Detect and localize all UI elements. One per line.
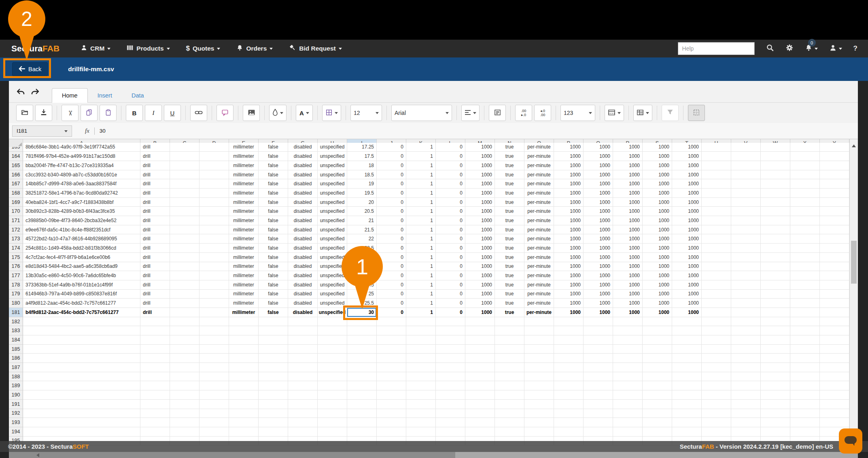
- cell-X178[interactable]: [790, 280, 820, 290]
- cell-E172[interactable]: millimeter: [229, 225, 259, 235]
- cell-R181[interactable]: 1000: [613, 308, 643, 317]
- cell-J163[interactable]: 0: [377, 143, 406, 152]
- cell-M169[interactable]: 1000: [465, 198, 495, 207]
- cell-S171[interactable]: 1000: [643, 216, 672, 225]
- cell-Q186[interactable]: [584, 354, 613, 363]
- nav-menu-products[interactable]: Products: [127, 44, 170, 53]
- cell-H164[interactable]: unspecified: [318, 152, 347, 161]
- cell-O189[interactable]: [524, 381, 554, 390]
- back-button[interactable]: Back: [12, 62, 48, 76]
- cell-R171[interactable]: 1000: [613, 216, 643, 225]
- cell-Q184[interactable]: [584, 335, 613, 345]
- cell-U181[interactable]: [702, 308, 731, 317]
- cell-P194[interactable]: [554, 427, 584, 437]
- cell-K169[interactable]: 1: [406, 198, 436, 207]
- row-header-173[interactable]: 173: [9, 234, 23, 244]
- cell-H189[interactable]: [318, 381, 347, 390]
- cell-W164[interactable]: [761, 152, 790, 161]
- cell-Y193[interactable]: [820, 418, 849, 427]
- cell-X174[interactable]: [790, 244, 820, 253]
- cell-L189[interactable]: [436, 381, 465, 390]
- cell-A184[interactable]: [23, 335, 140, 345]
- cell-D170[interactable]: [199, 207, 229, 216]
- cell-G176[interactable]: disabled: [288, 262, 318, 271]
- cell-O163[interactable]: per-minute: [524, 143, 554, 152]
- cell-E169[interactable]: millimeter: [229, 198, 259, 207]
- cell-S186[interactable]: [643, 354, 672, 363]
- cell-C177[interactable]: [170, 271, 199, 280]
- cell-I189[interactable]: [347, 381, 377, 390]
- cell-K177[interactable]: 1: [406, 271, 436, 280]
- cell-O177[interactable]: per-minute: [524, 271, 554, 280]
- row-header-170[interactable]: 170: [9, 207, 23, 216]
- cell-N172[interactable]: true: [495, 225, 524, 235]
- cell-W166[interactable]: [761, 170, 790, 180]
- cell-A177[interactable]: 13b30a5c-e860-4c50-90c6-7a6dc65bfe4b: [23, 271, 140, 280]
- cell-U184[interactable]: [702, 335, 731, 345]
- chat-widget-button[interactable]: [839, 428, 862, 454]
- cell-Y173[interactable]: [820, 234, 849, 244]
- cell-J176[interactable]: 0: [377, 262, 406, 271]
- cell-L190[interactable]: [436, 390, 465, 400]
- redo-button[interactable]: [31, 88, 40, 98]
- cell-P183[interactable]: [554, 326, 584, 335]
- cell-B165[interactable]: drill: [140, 161, 170, 170]
- cell-U193[interactable]: [702, 418, 731, 427]
- cell-F186[interactable]: [259, 354, 288, 363]
- cell-N169[interactable]: true: [495, 198, 524, 207]
- cell-D171[interactable]: [199, 216, 229, 225]
- cell-I176[interactable]: 23.5: [347, 262, 377, 271]
- cell-D173[interactable]: [199, 234, 229, 244]
- cell-U179[interactable]: [702, 290, 731, 299]
- cell-P185[interactable]: [554, 345, 584, 354]
- cell-H167[interactable]: unspecified: [318, 179, 347, 189]
- cell-J170[interactable]: 0: [377, 207, 406, 216]
- cell-V188[interactable]: [731, 372, 761, 382]
- cell-K181[interactable]: 1: [406, 308, 436, 317]
- cell-X184[interactable]: [790, 335, 820, 345]
- cell-I175[interactable]: 23: [347, 253, 377, 262]
- cell-B189[interactable]: [140, 381, 170, 390]
- cell-Y192[interactable]: [820, 409, 849, 418]
- cell-X163[interactable]: [790, 143, 820, 152]
- cell-I192[interactable]: [347, 409, 377, 418]
- nav-menu-quotes[interactable]: $ Quotes: [186, 44, 221, 53]
- cell-H187[interactable]: [318, 363, 347, 372]
- cell-T175[interactable]: 1000: [672, 253, 702, 262]
- cell-S168[interactable]: 1000: [643, 189, 672, 198]
- cell-E187[interactable]: [229, 363, 259, 372]
- cell-H175[interactable]: unspecified: [318, 253, 347, 262]
- cell-W167[interactable]: [761, 179, 790, 189]
- cell-D191[interactable]: [199, 400, 229, 409]
- cell-V192[interactable]: [731, 409, 761, 418]
- cell-B190[interactable]: [140, 390, 170, 400]
- borders-button[interactable]: [322, 105, 341, 121]
- cell-M172[interactable]: 1000: [465, 225, 495, 235]
- cell-V193[interactable]: [731, 418, 761, 427]
- cell-Q174[interactable]: 1000: [584, 244, 613, 253]
- cell-A178[interactable]: 373363bb-51ef-4a9b-b76f-01b1e1c4f99f: [23, 280, 140, 290]
- cell-P192[interactable]: [554, 409, 584, 418]
- cell-L176[interactable]: 0: [436, 262, 465, 271]
- cell-M168[interactable]: 1000: [465, 189, 495, 198]
- cell-A185[interactable]: [23, 345, 140, 354]
- cell-W173[interactable]: [761, 234, 790, 244]
- cell-T185[interactable]: [672, 345, 702, 354]
- cell-E167[interactable]: millimeter: [229, 179, 259, 189]
- row-header-193[interactable]: 193: [9, 418, 23, 427]
- comment-button[interactable]: [216, 105, 233, 121]
- cell-V181[interactable]: [731, 308, 761, 317]
- cell-V183[interactable]: [731, 326, 761, 335]
- cell-A193[interactable]: [23, 418, 140, 427]
- cell-I188[interactable]: [347, 372, 377, 382]
- cell-D168[interactable]: [199, 189, 229, 198]
- gear-icon[interactable]: [785, 44, 794, 53]
- cell-E177[interactable]: millimeter: [229, 271, 259, 280]
- cell-J194[interactable]: [377, 427, 406, 437]
- cell-F181[interactable]: false: [259, 308, 288, 317]
- cell-P167[interactable]: 1000: [554, 179, 584, 189]
- cell-E171[interactable]: millimeter: [229, 216, 259, 225]
- cell-S167[interactable]: 1000: [643, 179, 672, 189]
- text-color-button[interactable]: A: [296, 105, 313, 121]
- cell-U187[interactable]: [702, 363, 731, 372]
